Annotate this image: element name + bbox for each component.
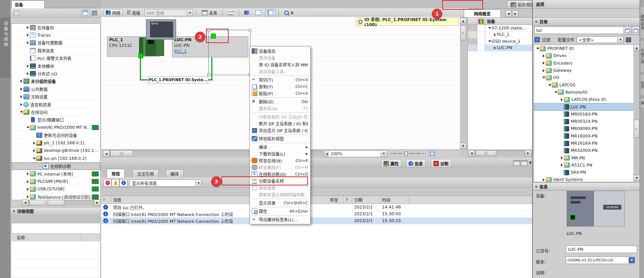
page-break-preview-icon[interactable] (253, 9, 263, 16)
tree-item[interactable]: 未分组的设备 (12, 78, 100, 85)
tab-info[interactable]: i 信息 (406, 159, 426, 168)
catalog-item[interactable]: Ident Systems (534, 176, 634, 182)
menu-item[interactable]: 属性Alt+Enter (250, 208, 310, 215)
menu-item[interactable]: 粘贴(P)Ctrl+V (250, 90, 310, 97)
tree-item[interactable]: 在线访问 (12, 108, 100, 116)
catalog-item[interactable]: SRX-PN (534, 169, 634, 176)
plc-profinet-port[interactable] (138, 53, 143, 58)
catalog-item[interactable]: MR0808X-PN (534, 125, 634, 132)
message-row[interactable]: i扫描接口 Intel(R) PRO/1000 MT Network Conne… (101, 218, 532, 224)
tree-item[interactable]: 在线备份 (12, 24, 100, 31)
menu-item[interactable]: ✓突出显示 DP 主站系统 / IO 系统 (250, 127, 310, 134)
restore-pane-icon[interactable] (513, 160, 520, 166)
tree-item[interactable]: 更新可访问的设备 (12, 131, 100, 139)
catalog-item[interactable]: Drives (534, 52, 634, 59)
catalog-item[interactable]: Gateway (534, 67, 634, 74)
canvas-vscrollbar[interactable]: ▲ ≡ ▼ (460, 18, 466, 149)
menu-item[interactable]: V在线和诊断(D)Ctrl+D (250, 171, 310, 178)
menu-item[interactable]: 转至在线(N)Ctrl+K (250, 157, 310, 164)
menu-item[interactable]: 将 IO 设备名称写入到 MMC 卡 (250, 61, 310, 68)
fit-to-view-icon[interactable] (429, 150, 436, 157)
tab-properties[interactable]: 属性 (381, 159, 401, 168)
catalog-item[interactable]: MR0032X-PN (534, 118, 634, 125)
catalog-item[interactable]: MR1616X-PN (534, 140, 634, 147)
message-filter-select[interactable]: 显示所有消息 ▼ (129, 179, 202, 187)
catalog-item[interactable]: PROFINET IO (534, 45, 634, 52)
tree-item[interactable]: 程序信息 (12, 47, 100, 54)
menu-item[interactable]: 编译▶ (250, 144, 310, 150)
message-column-header[interactable]: 日期 (352, 196, 380, 204)
scroll-left-icon[interactable]: ◀ (103, 150, 110, 157)
taskcard-tab-2[interactable]: 在线工具 (640, 40, 644, 73)
chevron-down-icon[interactable]: ▼ (529, 161, 532, 165)
show-addresses-icon[interactable] (242, 9, 251, 16)
version-select[interactable]: (GSDML-V2.35-LATCOS-LUC ▼ (566, 256, 635, 264)
tree-item[interactable]: desktop-g8r0noe [192.168... (12, 147, 100, 154)
details-view-icon[interactable] (81, 9, 90, 17)
menu-item[interactable]: 设备组态 (250, 48, 310, 54)
tab-compile[interactable]: 编译 (166, 169, 184, 178)
connections-button[interactable]: 连接 (125, 9, 142, 16)
io-system-label[interactable]: PLC_1.PROFINET IO-Syste... (148, 76, 208, 83)
catalog-search-input[interactable] (534, 26, 625, 34)
assign-name-tool-icon[interactable]: NAME (226, 9, 235, 16)
taskcard-tab-3[interactable]: 任务 (640, 74, 644, 96)
filter-settings-icon[interactable] (626, 37, 631, 42)
message-column-header[interactable]: 时间 (380, 196, 409, 204)
relations-button[interactable]: 关系 (200, 9, 220, 16)
menu-item[interactable]: 复制(Y)Ctrl+C (250, 83, 310, 90)
catalog-item[interactable]: I/O (534, 74, 634, 81)
catalog-item[interactable]: R51C1-PN (534, 162, 634, 169)
menu-item[interactable]: 分配给新的 DP 主站/IO 控制器 (250, 113, 310, 120)
library-view-icon[interactable] (90, 9, 99, 17)
catalog-item[interactable]: MR-PN (534, 154, 634, 161)
overview-row[interactable]: GSD device_1 (468, 38, 533, 45)
tree-item[interactable]: 本地模块 (12, 62, 100, 70)
tree-item[interactable]: Traces (12, 31, 100, 39)
tab-cross-references[interactable]: 交叉引用 (132, 169, 159, 178)
tree-item[interactable]: PC internal [本地] (12, 170, 100, 178)
catalog-item[interactable]: LATCOS (534, 81, 634, 88)
network-mode-button[interactable]: 网络 (104, 9, 123, 16)
tree-item[interactable]: 公共数据 (12, 85, 100, 93)
menu-item[interactable]: 重命名(N)F2 (250, 105, 310, 112)
menu-item[interactable]: ➜导出模块标签条(L)... (250, 216, 310, 223)
tree-item[interactable]: 语言和资源 (12, 101, 100, 108)
search-up-icon[interactable] (632, 26, 639, 35)
filter-info-icon[interactable]: i (119, 179, 127, 187)
overview-row[interactable]: PLC_1 (468, 32, 533, 39)
tree-item[interactable]: 在线和诊断 (12, 162, 100, 170)
message-row[interactable]: ✓项目 luc 已打开。2023/2/114:41:48 (101, 204, 532, 211)
catalog-item[interactable]: LUC-PN (534, 103, 634, 110)
catalog-vscrollbar[interactable]: ▲ ≡ ▼ (633, 45, 639, 181)
catalog-section-header[interactable]: ∨目录 (533, 17, 640, 26)
menu-item[interactable]: 显示目录Ctrl+Shift+C (250, 199, 310, 206)
zoom-slider[interactable] (390, 150, 425, 156)
menu-item[interactable]: ✂剪切(T)Ctrl+X (250, 76, 310, 83)
catalog-item[interactable]: LATCOS JPxxx IO (534, 96, 634, 103)
zoom-slider-handle[interactable] (404, 151, 408, 156)
taskcard-tab-1[interactable]: 硬件目录 (640, 6, 644, 39)
message-column-header[interactable]: 转至 (328, 196, 344, 204)
tab-diagnostics[interactable]: + 诊断 (431, 159, 451, 168)
tree-item[interactable]: luc-pn [192.168.0.2] (12, 155, 100, 162)
menu-item[interactable]: ✘删除(D)Del (250, 98, 310, 105)
tab-network-overview[interactable]: 网络概览 (464, 9, 501, 18)
catalog-item[interactable]: Remote/IO (534, 89, 634, 96)
menu-item[interactable]: 下载到设备(L)▶ (250, 150, 310, 157)
menu-item[interactable]: NAME分配设备名称3 (250, 178, 310, 184)
catalog-item[interactable]: MR0016X-PN (534, 111, 634, 118)
message-row[interactable]: i扫描接口 Intel(R) PRO/1000 MT Network Conne… (101, 211, 532, 218)
overview-hscrollbar[interactable]: ◀ ||| ▶ (468, 150, 531, 156)
new-object-icon[interactable] (12, 9, 21, 17)
menu-item[interactable]: 启动设备工具... (250, 68, 310, 75)
tree-item[interactable]: 文档设置 (12, 93, 100, 101)
tree-item[interactable]: USB [S7USB] (12, 185, 100, 193)
filter-errors-icon[interactable]: ✕ (104, 179, 111, 187)
next-tab-icon[interactable]: ▶ (512, 10, 519, 17)
tree-item[interactable]: plc_1 [192.168.0.1] (12, 139, 100, 147)
project-tree-hscrollbar[interactable]: ◀ ||| ▶ (22, 199, 101, 205)
connection-type-select[interactable]: HMI 连接 ▼ (144, 9, 193, 16)
prev-tab-icon[interactable]: ◀ (505, 10, 512, 17)
collapse-pane-icon[interactable] (521, 160, 528, 166)
